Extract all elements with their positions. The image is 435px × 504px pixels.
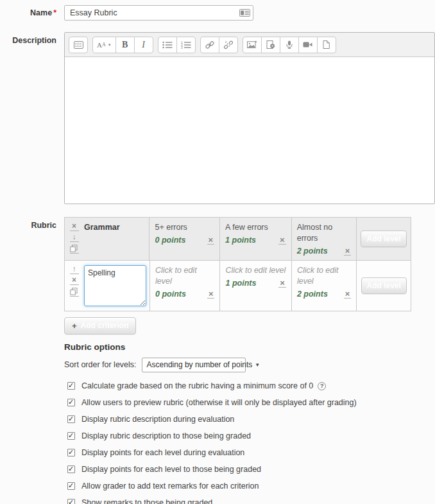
duplicate-criterion-icon[interactable] bbox=[70, 288, 79, 297]
unordered-list-button[interactable] bbox=[158, 37, 177, 53]
record-video-button[interactable] bbox=[298, 37, 318, 53]
level-definition-placeholder[interactable]: Click to edit level bbox=[297, 265, 352, 287]
microphone-icon bbox=[286, 40, 293, 49]
unlink-button[interactable] bbox=[219, 37, 238, 53]
criterion-row-grammar: × ↓ Grammar 5+ errors bbox=[65, 218, 411, 260]
check-icon: ✓ bbox=[68, 398, 74, 407]
description-label: Description bbox=[0, 32, 56, 204]
checkbox-label: Display rubric description during evalua… bbox=[81, 415, 234, 424]
delete-criterion-icon[interactable]: × bbox=[70, 277, 79, 285]
level-cell: A few errors 1 points × bbox=[219, 218, 291, 260]
delete-level-icon[interactable]: × bbox=[344, 290, 352, 299]
level-definition[interactable]: Almost no errors bbox=[297, 222, 352, 244]
min-score-checkbox[interactable]: ✓ bbox=[67, 382, 75, 390]
desc-evaluation-checkbox[interactable]: ✓ bbox=[67, 415, 75, 423]
insert-media-button[interactable] bbox=[261, 37, 280, 53]
description-textarea[interactable] bbox=[65, 57, 434, 204]
checkbox-label: Calculate grade based on the rubric havi… bbox=[81, 382, 313, 391]
option-row-remarks: ✓ Allow grader to add text remarks for e… bbox=[67, 482, 435, 491]
help-icon[interactable]: ? bbox=[318, 382, 326, 390]
unlink-icon bbox=[224, 40, 233, 49]
option-row-desc-evaluation: ✓ Display rubric description during eval… bbox=[67, 415, 435, 424]
level-definition[interactable]: 5+ errors bbox=[155, 222, 214, 233]
check-icon: ✓ bbox=[68, 415, 74, 424]
level-cell: Almost no errors 2 points × bbox=[291, 218, 357, 260]
level-points[interactable]: 0 points bbox=[155, 236, 185, 245]
sort-order-label: Sort order for levels: bbox=[64, 360, 137, 369]
delete-level-icon[interactable]: × bbox=[207, 236, 215, 245]
delete-level-icon[interactable]: × bbox=[278, 236, 286, 245]
link-button[interactable] bbox=[200, 37, 219, 53]
rubric-table: × ↓ Grammar 5+ errors bbox=[64, 217, 411, 311]
media-icon bbox=[266, 40, 275, 49]
sort-order-select[interactable]: Ascending by number of points ▼ bbox=[142, 358, 246, 372]
check-icon: ✓ bbox=[68, 465, 74, 474]
rubric-edit-form: Name* Description bbox=[0, 0, 435, 504]
move-criterion-down-icon[interactable]: ↓ bbox=[70, 234, 79, 242]
level-points[interactable]: 2 points bbox=[297, 247, 328, 256]
autofill-icon[interactable] bbox=[239, 9, 250, 17]
rubric-options-heading: Rubric options bbox=[64, 342, 435, 352]
level-points[interactable]: 0 points bbox=[155, 290, 186, 299]
collapse-toolbar-icon bbox=[74, 41, 83, 49]
level-points[interactable]: 1 points bbox=[225, 279, 256, 288]
option-row-points-evaluation: ✓ Display points for each level during e… bbox=[67, 449, 435, 458]
checkbox-label: Show remarks to those being graded bbox=[81, 499, 212, 504]
checkbox-label: Display rubric description to those bein… bbox=[81, 432, 251, 441]
caret-down-icon: ▼ bbox=[108, 43, 112, 47]
points-evaluation-checkbox[interactable]: ✓ bbox=[67, 449, 75, 456]
name-label-text: Name bbox=[30, 8, 52, 17]
level-definition[interactable]: A few errors bbox=[225, 222, 286, 233]
italic-icon: I bbox=[142, 40, 145, 50]
level-definition-placeholder[interactable]: Click to edit level bbox=[225, 265, 286, 276]
video-camera-icon bbox=[303, 42, 312, 48]
add-level-button[interactable]: Add level bbox=[361, 277, 407, 294]
add-level-button[interactable]: Add level bbox=[361, 230, 406, 247]
manage-files-button[interactable] bbox=[317, 37, 336, 53]
ordered-list-button[interactable]: 123 bbox=[176, 37, 196, 53]
rubric-label: Rubric bbox=[0, 217, 56, 311]
insert-image-button[interactable] bbox=[243, 37, 262, 53]
editor-toolbar: AA▼ B I bbox=[65, 33, 434, 57]
dropdown-arrow-icon: ▼ bbox=[255, 362, 260, 368]
name-input[interactable] bbox=[64, 5, 253, 21]
criterion-actions: ↑ × bbox=[69, 265, 80, 306]
bold-icon: B bbox=[122, 40, 128, 50]
font-styles-icon: A bbox=[97, 41, 102, 49]
option-row-points-graded: ✓ Display points for each level to those… bbox=[67, 465, 435, 474]
level-cell: Click to edit level 0 points × bbox=[149, 261, 219, 311]
italic-button[interactable]: I bbox=[134, 37, 153, 53]
add-criterion-button[interactable]: + Add criterion bbox=[64, 317, 136, 335]
add-level-cell: Add level bbox=[356, 261, 411, 311]
rubric-section: Rubric × ↓ bbox=[0, 217, 435, 311]
bold-button[interactable]: B bbox=[115, 37, 135, 53]
level-points[interactable]: 2 points bbox=[297, 290, 328, 299]
font-styles-button[interactable]: AA▼ bbox=[92, 37, 116, 53]
delete-level-icon[interactable]: × bbox=[344, 247, 352, 256]
add-level-cell: Add level bbox=[356, 218, 411, 260]
criterion-name[interactable]: Grammar bbox=[84, 222, 120, 256]
description-field-row: Description bbox=[0, 32, 435, 204]
collapse-toolbar-button[interactable] bbox=[69, 37, 88, 53]
delete-level-icon[interactable]: × bbox=[278, 279, 286, 288]
duplicate-criterion-icon[interactable] bbox=[70, 245, 79, 254]
level-points[interactable]: 1 points bbox=[225, 236, 256, 245]
criterion-cell: ↑ × Spelling bbox=[65, 261, 149, 311]
preview-checkbox[interactable]: ✓ bbox=[67, 399, 75, 406]
points-graded-checkbox[interactable]: ✓ bbox=[67, 465, 75, 473]
unordered-list-icon bbox=[162, 41, 173, 49]
show-remarks-checkbox[interactable]: ✓ bbox=[67, 499, 75, 504]
check-icon: ✓ bbox=[68, 381, 74, 390]
move-criterion-up-icon[interactable]: ↑ bbox=[70, 266, 79, 274]
remarks-checkbox[interactable]: ✓ bbox=[67, 482, 75, 490]
criterion-name-input[interactable]: Spelling bbox=[84, 265, 146, 306]
desc-graded-checkbox[interactable]: ✓ bbox=[67, 432, 75, 440]
level-definition-placeholder[interactable]: Click to edit level bbox=[155, 265, 214, 287]
record-audio-button[interactable] bbox=[280, 37, 299, 53]
description-editor: AA▼ B I bbox=[64, 32, 435, 204]
check-icon: ✓ bbox=[68, 431, 74, 440]
delete-level-icon[interactable]: × bbox=[207, 290, 215, 299]
plus-icon: + bbox=[72, 321, 77, 331]
criterion-row-spelling: ↑ × Spelling Click to edi bbox=[65, 260, 411, 311]
delete-criterion-icon[interactable]: × bbox=[70, 223, 79, 231]
